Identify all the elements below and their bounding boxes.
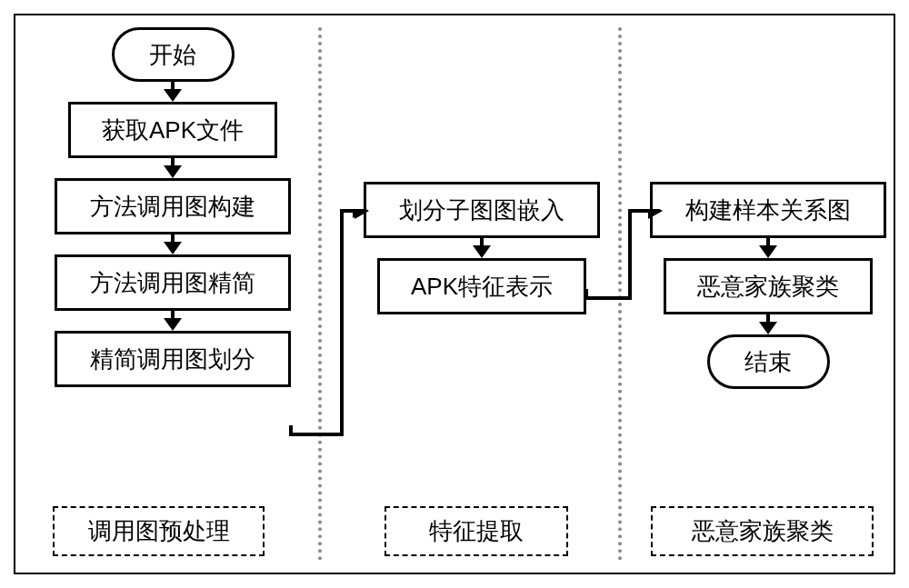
arrow-down-icon	[164, 318, 182, 331]
arrow-down-icon	[473, 245, 491, 258]
start-terminator: 开始	[112, 27, 235, 82]
step-label: 恶意家族聚类	[697, 271, 839, 303]
end-terminator: 结束	[707, 334, 830, 389]
step-get-apk: 获取APK文件	[68, 102, 277, 158]
arrow-down-icon	[759, 322, 777, 334]
step-label: 构建样本关系图	[685, 194, 851, 226]
arrow-down-icon	[164, 165, 182, 178]
column-preprocessing: 开始 获取APK文件 方法调用图构建 方法调用图精简 精简调用图划分	[55, 27, 291, 387]
section-label-clustering: 恶意家族聚类	[651, 506, 874, 556]
column-clustering: 构建样本关系图 恶意家族聚类 结束	[654, 182, 882, 389]
step-subgraph-embedding: 划分子图图嵌入	[364, 182, 600, 238]
section-text: 特征提取	[429, 515, 524, 547]
end-label: 结束	[744, 346, 792, 378]
step-label: 方法调用图构建	[90, 191, 255, 223]
arrow-down-icon	[164, 242, 182, 254]
section-label-feature: 特征提取	[385, 506, 568, 556]
section-text: 调用图预处理	[88, 515, 230, 547]
step-build-callgraph: 方法调用图构建	[55, 178, 291, 234]
section-divider-2	[618, 27, 622, 561]
section-text: 恶意家族聚类	[692, 515, 834, 547]
step-label: 划分子图图嵌入	[399, 194, 564, 226]
step-partition-callgraph: 精简调用图划分	[55, 331, 291, 387]
step-label: APK特征表示	[411, 271, 553, 303]
step-apk-feature: APK特征表示	[377, 258, 586, 314]
arrow-down-icon	[759, 245, 777, 258]
section-divider-1	[318, 27, 322, 561]
column-feature-extraction: 划分子图图嵌入 APK特征表示	[364, 182, 600, 314]
arrow-down-icon	[164, 89, 182, 102]
step-build-sample-graph: 构建样本关系图	[650, 182, 886, 238]
step-simplify-callgraph: 方法调用图精简	[55, 254, 291, 311]
step-label: 获取APK文件	[102, 115, 244, 146]
section-label-preprocessing: 调用图预处理	[53, 506, 265, 556]
step-label: 方法调用图精简	[90, 267, 255, 299]
start-label: 开始	[149, 39, 196, 71]
step-malware-clustering: 恶意家族聚类	[664, 258, 873, 314]
step-label: 精简调用图划分	[90, 344, 255, 375]
